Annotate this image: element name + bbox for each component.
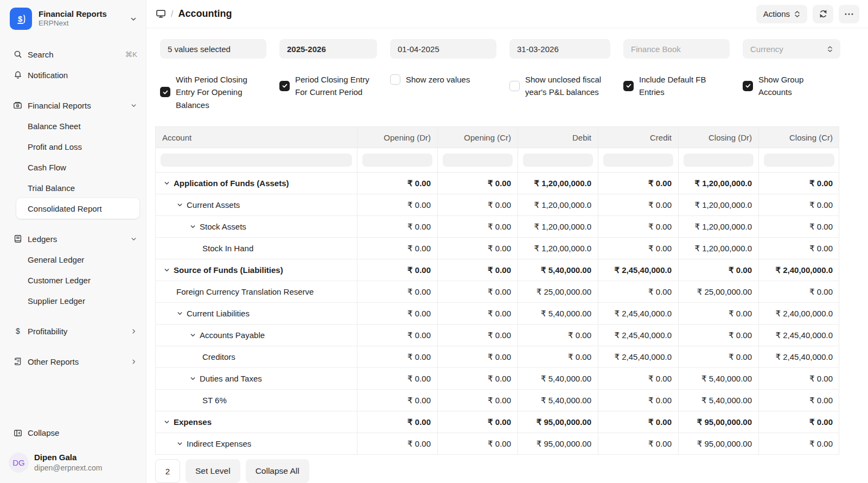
sidebar-group-profitability[interactable]: $Profitability — [0, 321, 146, 341]
sidebar-item-customer-ledger[interactable]: Customer Ledger — [0, 270, 146, 290]
unchecked-checkbox-icon[interactable] — [509, 81, 520, 91]
chevron-down-icon[interactable] — [189, 223, 196, 230]
table-row-indirect-expenses[interactable]: Indirect Expenses₹ 0.00₹ 0.00₹ 95,00,000… — [156, 433, 839, 455]
company-filter[interactable]: 5 values selected — [160, 39, 266, 59]
amount-cell: ₹ 0.00 — [598, 368, 679, 389]
table-body: Application of Funds (Assets)₹ 0.00₹ 0.0… — [156, 173, 839, 455]
checkbox-include-default-fb-entries[interactable]: Include Default FB Entries — [623, 73, 730, 99]
column-filter-input[interactable] — [603, 154, 673, 167]
sidebar-item-search[interactable]: Search ⌘K — [0, 44, 146, 65]
chevron-right-icon — [130, 358, 137, 365]
table-row-accounts-payable[interactable]: Accounts Payable₹ 0.00₹ 0.00₹ 0.00₹ 2,45… — [156, 325, 839, 346]
checkbox-show-zero-values[interactable]: Show zero values — [390, 73, 496, 86]
chevron-down-icon[interactable] — [176, 440, 183, 447]
report-table: AccountOpening (Dr)Opening (Cr)DebitCred… — [155, 126, 839, 455]
account-cell: Indirect Expenses — [156, 433, 358, 454]
chevron-down-icon[interactable] — [176, 310, 183, 317]
sidebar-group-financial-reports[interactable]: Financial Reports — [0, 95, 146, 116]
column-filter-cell — [759, 148, 839, 172]
checkbox-show-group-accounts[interactable]: Show Group Accounts — [743, 73, 840, 99]
column-header-opening-cr[interactable]: Opening (Cr) — [438, 127, 518, 148]
finance-book-filter[interactable]: Finance Book — [623, 39, 730, 59]
amount-cell: ₹ 0.00 — [358, 173, 438, 194]
sidebar-item-general-ledger[interactable]: General Ledger — [0, 249, 146, 270]
refresh-button[interactable] — [813, 5, 833, 23]
table-row-current-assets[interactable]: Current Assets₹ 0.00₹ 0.00₹ 1,20,00,000.… — [156, 194, 839, 216]
sidebar-item-supplier-ledger[interactable]: Supplier Ledger — [0, 290, 146, 311]
column-header-opening-dr[interactable]: Opening (Dr) — [358, 127, 438, 148]
unchecked-checkbox-icon[interactable] — [390, 74, 400, 85]
checkbox-period-closing-entry-for-current-period[interactable]: Period Closing Entry For Current Period — [279, 73, 377, 99]
sidebar-item-balance-sheet[interactable]: Balance Sheet — [0, 116, 146, 136]
checkbox-with-period-closing-entry-for-opening-balances[interactable]: With Period Closing Entry For Opening Ba… — [160, 73, 266, 111]
table-row-source-of-funds-liabilities[interactable]: Source of Funds (Liabilities)₹ 0.00₹ 0.0… — [156, 259, 839, 281]
currency-filter[interactable]: Currency — [743, 39, 840, 59]
column-header-debit[interactable]: Debit — [518, 127, 598, 148]
account-name: ST 6% — [202, 396, 227, 405]
sidebar-collapse-button[interactable]: Collapse — [0, 423, 146, 443]
more-menu-button[interactable] — [839, 5, 859, 23]
checked-checkbox-icon[interactable] — [160, 87, 170, 97]
fiscal-year-filter[interactable]: 2025-2026 — [279, 39, 377, 59]
column-filter-input[interactable] — [684, 154, 754, 167]
checkbox-show-unclosed-fiscal-year-s-p-l-balances[interactable]: Show unclosed fiscal year's P&L balances — [509, 73, 610, 99]
set-level-button[interactable]: Set Level — [186, 459, 240, 483]
checkbox-label: Period Closing Entry For Current Period — [295, 73, 377, 99]
table-row-creditors[interactable]: Creditors₹ 0.00₹ 0.00₹ 0.00₹ 2,45,40,000… — [156, 346, 839, 368]
sidebar-item-cash-flow[interactable]: Cash Flow — [0, 157, 146, 177]
column-filter-input[interactable] — [161, 154, 352, 167]
user-menu[interactable]: DG Dipen Gala dipen@erpnext.com — [0, 447, 146, 473]
chevron-down-icon[interactable] — [163, 180, 170, 187]
table-row-foreign-currency-translation-reserve[interactable]: Foreign Currency Translation Reserve₹ 0.… — [156, 281, 839, 303]
column-filter-input[interactable] — [523, 154, 593, 167]
table-row-application-of-funds-assets[interactable]: Application of Funds (Assets)₹ 0.00₹ 0.0… — [156, 173, 839, 194]
account-name: Stock In Hand — [202, 244, 253, 253]
table-filter-row — [156, 148, 839, 173]
collapse-all-button[interactable]: Collapse All — [246, 459, 309, 483]
column-header-closing-dr[interactable]: Closing (Dr) — [679, 127, 759, 148]
account-name: Creditors — [202, 352, 235, 361]
checked-checkbox-icon[interactable] — [623, 81, 634, 91]
actions-button[interactable]: Actions — [756, 5, 807, 23]
monitor-icon[interactable] — [156, 9, 166, 19]
app-switcher[interactable]: $ Financial Reports ERPNext — [0, 8, 146, 30]
column-header-closing-cr[interactable]: Closing (Cr) — [759, 127, 839, 148]
column-header-credit[interactable]: Credit — [598, 127, 679, 148]
checkbox-label: Include Default FB Entries — [639, 73, 720, 99]
column-filter-input[interactable] — [443, 154, 513, 167]
sidebar-item-trial-balance[interactable]: Trial Balance — [0, 177, 146, 198]
checked-checkbox-icon[interactable] — [279, 81, 290, 91]
amount-cell: ₹ 0.00 — [438, 303, 518, 324]
checked-checkbox-icon[interactable] — [743, 81, 753, 91]
chevron-down-icon — [130, 236, 137, 243]
ledger-icon — [13, 234, 22, 243]
chevron-down-icon[interactable] — [163, 266, 170, 274]
column-header-account[interactable]: Account — [156, 127, 358, 148]
sidebar-group-ledgers[interactable]: Ledgers — [0, 228, 146, 249]
to-date-filter[interactable]: 31-03-2026 — [509, 39, 610, 59]
table-row-duties-and-taxes[interactable]: Duties and Taxes₹ 0.00₹ 0.00₹ 5,40,000.0… — [156, 368, 839, 390]
chevron-down-icon[interactable] — [130, 15, 137, 23]
table-row-current-liabilities[interactable]: Current Liabilities₹ 0.00₹ 0.00₹ 5,40,00… — [156, 303, 839, 325]
level-input[interactable]: 2 — [155, 459, 180, 483]
table-row-stock-in-hand[interactable]: Stock In Hand₹ 0.00₹ 0.00₹ 1,20,00,000.0… — [156, 238, 839, 259]
chevron-down-icon[interactable] — [176, 201, 183, 208]
sidebar-item-consolidated-report[interactable]: Consolidated Report — [16, 198, 139, 219]
table-row-st-6[interactable]: ST 6%₹ 0.00₹ 0.00₹ 5,40,000.00₹ 0.00₹ 5,… — [156, 390, 839, 411]
amount-cell: ₹ 1,20,00,000.0 — [679, 194, 759, 215]
chevron-down-icon[interactable] — [189, 375, 196, 382]
chevron-down-icon[interactable] — [163, 418, 170, 425]
table-row-expenses[interactable]: Expenses₹ 0.00₹ 0.00₹ 95,00,000.00₹ 0.00… — [156, 411, 839, 433]
from-date-filter[interactable]: 01-04-2025 — [390, 39, 496, 59]
sidebar-group-other-reports[interactable]: Other Reports — [0, 351, 146, 372]
amount-cell: ₹ 0.00 — [438, 173, 518, 194]
sidebar-item-notification[interactable]: Notification — [0, 65, 146, 85]
column-filter-input[interactable] — [764, 154, 834, 167]
column-filter-input[interactable] — [362, 154, 432, 167]
amount-cell: ₹ 0.00 — [759, 368, 839, 389]
amount-cell: ₹ 1,20,00,000.0 — [518, 216, 598, 237]
chevron-down-icon[interactable] — [189, 332, 196, 339]
checkbox-label: With Period Closing Entry For Opening Ba… — [176, 73, 263, 111]
table-row-stock-assets[interactable]: Stock Assets₹ 0.00₹ 0.00₹ 1,20,00,000.0₹… — [156, 216, 839, 238]
sidebar-item-profit-and-loss[interactable]: Profit and Loss — [0, 136, 146, 157]
